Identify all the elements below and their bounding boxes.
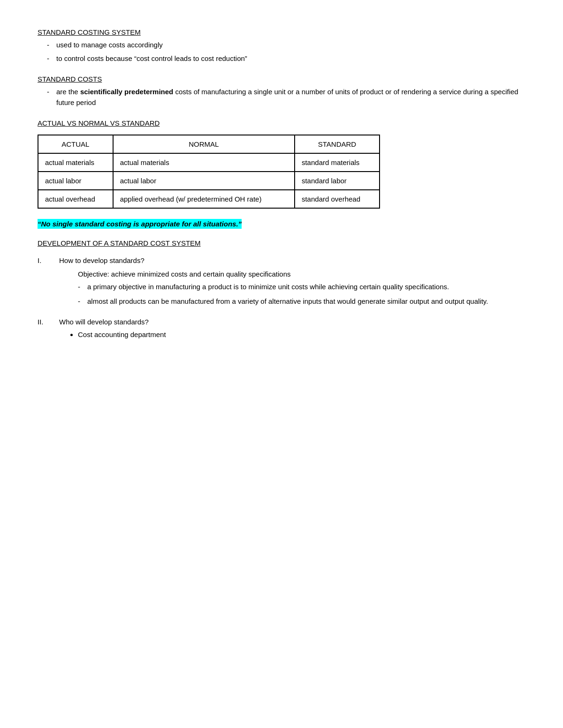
list-item: used to manage costs accordingly [47,40,525,51]
development-section: DEVELOPMENT OF A STANDARD COST SYSTEM I.… [38,239,525,342]
list-item: Cost accounting department [78,330,525,340]
table-cell-standard-overhead: standard overhead [295,190,380,208]
standard-costing-system-section: STANDARD COSTING SYSTEM used to manage c… [38,28,525,64]
bullet-prefix: are the [56,88,80,96]
table-cell: actual labor [38,172,113,190]
table-cell: standard labor [295,172,380,190]
table-header-row: ACTUAL NORMAL STANDARD [38,135,380,153]
table-header-normal: NORMAL [113,135,295,153]
table-cell-actual-overhead: actual overhead [38,190,113,208]
table-row: actual labor actual labor standard labor [38,172,380,190]
item-objective: Objective: achieve minimized costs and c… [78,270,525,278]
list-item: to control costs because “cost control l… [47,53,525,64]
item-number-2: II. [38,318,52,342]
list-item: are the scientifically predetermined cos… [47,87,525,108]
standard-costs-list: are the scientifically predetermined cos… [38,87,525,108]
table-header-standard: STANDARD [295,135,380,153]
numbered-item-1: I. How to develop standards? Objective: … [38,256,525,310]
dot-bullet-list-2: Cost accounting department [59,330,525,340]
table-header-actual: ACTUAL [38,135,113,153]
comparison-table: ACTUAL NORMAL STANDARD actual materials … [38,135,380,209]
list-item: almost all products can be manufactured … [78,296,525,307]
standard-costing-system-list: used to manage costs accordingly to cont… [38,40,525,64]
highlighted-quote: “No single standard costing is appropria… [38,219,242,229]
table-cell-applied-overhead: applied overhead (w/ predetermined OH ra… [113,190,295,208]
table-row: actual materials actual materials standa… [38,153,380,172]
numbered-item-2: II. Who will develop standards? Cost acc… [38,318,525,342]
comparison-heading: ACTUAL VS NORMAL VS STANDARD [38,119,525,127]
quote-container: “No single standard costing is appropria… [38,220,525,228]
table-cell: actual materials [113,153,295,172]
list-item: a primary objective in manufacturing a p… [78,282,525,293]
table-cell: actual materials [38,153,113,172]
bullet-bold: scientifically predetermined [80,88,173,96]
standard-costing-system-title: STANDARD COSTING SYSTEM [38,28,525,36]
item-content-1: How to develop standards? Objective: ach… [59,256,525,310]
standard-costs-section: STANDARD COSTS are the scientifically pr… [38,75,525,108]
item-title-1: How to develop standards? [59,256,525,264]
standard-costs-title: STANDARD COSTS [38,75,525,83]
development-title: DEVELOPMENT OF A STANDARD COST SYSTEM [38,239,525,247]
table-cell: standard materials [295,153,380,172]
table-row: actual overhead applied overhead (w/ pre… [38,190,380,208]
item-content-2: Who will develop standards? Cost account… [59,318,525,342]
sub-bullet-list-1: a primary objective in manufacturing a p… [78,282,525,307]
item-number-1: I. [38,256,52,310]
comparison-section: ACTUAL VS NORMAL VS STANDARD ACTUAL NORM… [38,119,525,209]
item-title-2: Who will develop standards? [59,318,525,326]
table-cell: actual labor [113,172,295,190]
